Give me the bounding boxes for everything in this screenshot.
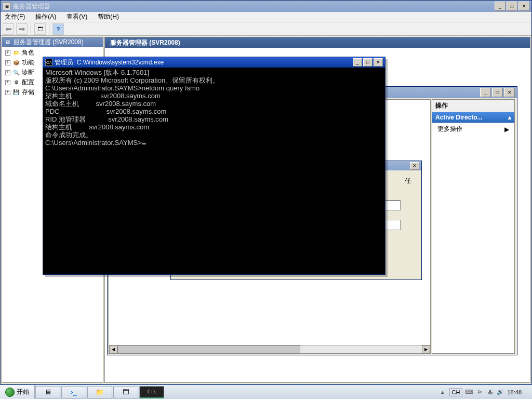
configuration-icon: ⚙ [12,79,20,86]
maximize-button[interactable]: □ [507,2,517,11]
toolbar-separator [49,24,49,34]
cmd-output[interactable]: Microsoft Windows [版本 6.1.7601]版权所有 (c) … [43,68,385,148]
actions-header: 操作 [432,100,514,112]
scroll-right-button[interactable]: ▶ [422,345,430,353]
cmd-minimize-button[interactable]: _ [353,58,362,66]
scroll-left-button[interactable]: ◀ [109,345,117,353]
help-button[interactable]: ? [52,23,64,35]
menu-view[interactable]: 查看(V) [64,12,89,22]
horizontal-scrollbar[interactable]: ◀ ▶ [109,345,430,353]
cmd-title: 管理员: C:\Windows\system32\cmd.exe [55,58,164,67]
mmc-close-button[interactable]: ✕ [504,88,515,97]
main-window-title: 服务器管理器 [13,2,50,11]
system-tray: ▴ CH ⌨ 🏳 🖧 🔊 18:48 [437,385,532,399]
scroll-thumb[interactable] [117,345,300,353]
menu-bar: 文件(F) 操作(A) 查看(V) 帮助(H) [1,12,531,22]
cmd-maximize-button[interactable]: □ [363,58,373,66]
cmd-icon: C:\ [45,59,52,66]
clock[interactable]: 18:48 [507,389,522,395]
dialog-close-button[interactable]: ✕ [410,162,419,170]
tree-header[interactable]: 🖥 服务器管理器 (SVR2008) [2,37,103,47]
show-desktop-button[interactable] [525,389,530,396]
taskbar-item-explorer[interactable]: 📁 [87,386,112,398]
expand-toggle-icon[interactable]: + [5,80,10,85]
menu-action[interactable]: 操作(A) [33,12,58,22]
collapse-icon: ▴ [508,114,511,121]
server-manager-icon: ▣ [3,2,11,10]
taskbar: 开始 🖥 ›_ 📁 🗔 C:\ ▴ CH ⌨ 🏳 🖧 🔊 18:48 [0,384,532,399]
mmc-minimize-button[interactable]: _ [480,88,491,97]
expand-toggle-icon[interactable]: + [5,60,10,65]
roles-icon: 📁 [12,49,20,57]
storage-icon: 💾 [12,89,20,96]
keyboard-icon[interactable]: ⌨ [466,389,473,396]
expand-toggle-icon[interactable]: + [5,70,10,75]
cmd-close-button[interactable]: ✕ [374,58,383,66]
taskbar-item-powershell[interactable]: ›_ [61,386,86,398]
diagnostics-icon: 🔍 [12,69,20,76]
tray-flag-icon[interactable]: 🏳 [476,389,483,396]
toolbar-separator [31,24,31,34]
server-icon: 🖥 [4,38,11,46]
features-icon: 📦 [12,59,20,66]
expand-toggle-icon[interactable]: + [5,50,10,56]
menu-file[interactable]: 文件(F) [3,12,27,22]
volume-icon[interactable]: 🔊 [497,389,504,396]
taskbar-item-app[interactable]: 🗔 [113,386,138,398]
minimize-button[interactable]: _ [495,2,506,11]
start-orb-icon [5,388,15,397]
actions-pane: 操作 Active Directo... ▴ 更多操作 ▶ [432,99,515,354]
toolbar-properties-button[interactable]: 🗔 [34,23,46,35]
tray-arrow-icon[interactable]: ▴ [439,389,446,396]
cmd-window[interactable]: C:\ 管理员: C:\Windows\system32\cmd.exe _ □… [43,57,385,275]
content-header: 服务器管理器 (SVR2008) [105,37,530,48]
main-title-bar[interactable]: ▣ 服务器管理器 _ □ ✕ [1,1,531,12]
actions-more[interactable]: 更多操作 ▶ [432,123,514,135]
language-indicator[interactable]: CH [449,388,463,396]
cmd-title-bar[interactable]: C:\ 管理员: C:\Windows\system32\cmd.exe _ □… [43,57,385,68]
nav-back-button[interactable]: ⬅ [3,23,14,35]
taskbar-item-cmd[interactable]: C:\ [139,386,164,398]
submenu-arrow-icon: ▶ [504,126,509,133]
network-icon[interactable]: 🖧 [486,389,494,396]
actions-selected-item[interactable]: Active Directo... ▴ [432,112,514,123]
taskbar-item-server-manager[interactable]: 🖥 [35,386,60,398]
start-button[interactable]: 开始 [0,385,35,400]
toolbar: ⬅ ➡ 🗔 ? [1,22,531,36]
mmc-maximize-button[interactable]: □ [492,88,503,97]
menu-help[interactable]: 帮助(H) [96,12,121,22]
close-button[interactable]: ✕ [518,2,529,11]
expand-toggle-icon[interactable]: + [5,90,10,95]
nav-forward-button[interactable]: ➡ [16,23,28,35]
